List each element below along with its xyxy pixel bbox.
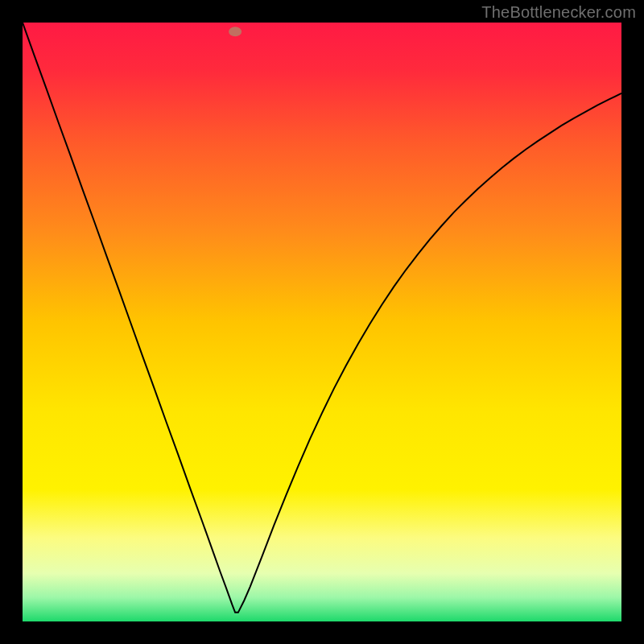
gradient-background: [23, 23, 621, 621]
plot-area: [23, 23, 621, 621]
bottleneck-chart: [23, 23, 621, 621]
watermark-text: TheBottlenecker.com: [481, 3, 636, 22]
optimum-marker: [229, 27, 242, 36]
chart-frame: TheBottlenecker.com: [0, 0, 644, 644]
